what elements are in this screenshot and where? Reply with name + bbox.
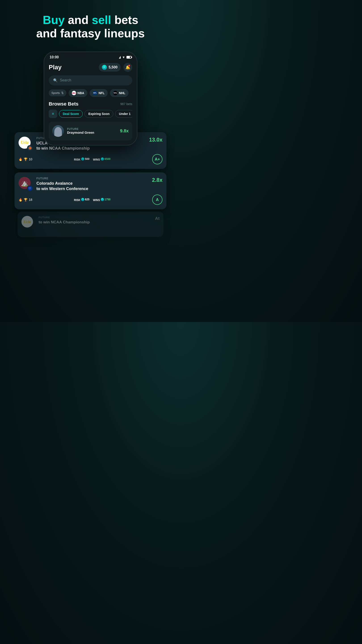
expiring-soon-filter[interactable]: Expiring Soon <box>84 110 113 118</box>
phone-frame: 10:00 ▼ Play ◎ 5,500 🔔 � <box>43 52 137 146</box>
av-risk-value: 625 <box>85 198 89 201</box>
wins-value-wrap: 6500 <box>101 158 111 160</box>
bell-icon: 🔔 <box>125 65 130 70</box>
nhl-pill[interactable]: NHL NHL <box>110 89 128 97</box>
risk-label2: RISK <box>74 198 80 202</box>
coins-value: 5,500 <box>109 65 117 69</box>
western-icon: 🛡 <box>29 187 31 190</box>
header-right: ◎ 5,500 🔔 <box>99 63 132 72</box>
av-wins-value: 1750 <box>105 198 111 201</box>
wifi-icon: ▼ <box>122 56 125 59</box>
avalanche-grade: A <box>156 198 159 202</box>
under-filter[interactable]: Under 1 <box>115 110 132 118</box>
partial-bet-name: Draymond Green <box>67 130 117 134</box>
nhl-label: NHL <box>119 91 125 95</box>
ucla-title-line2: to win NCAA Championship <box>36 146 90 150</box>
expiring-soon-label: Expiring Soon <box>88 112 109 116</box>
bet-info-partial: FUTURE Draymond Green <box>67 128 117 134</box>
avalanche-stats: RISK 625 WINS 1750 <box>74 198 110 202</box>
partial-multiplier: 9.8x <box>120 128 129 134</box>
app-content: Play ◎ 5,500 🔔 🔍 Search Sports ⇅ <box>44 61 137 145</box>
avalanche-title-line2: to win Western Conference <box>36 186 88 191</box>
status-icons: ▼ <box>119 56 131 59</box>
ucla-card-bottom: 🔥 🏆 10 RISK 500 WINS 6500 <box>18 154 162 164</box>
ucla-emojis: 🔥 🏆 10 <box>18 158 32 161</box>
avalanche-emojis: 🔥 🏆 18 <box>18 198 32 202</box>
bottom-at-label: At <box>155 216 160 221</box>
bottom-partial-card[interactable]: Ucla FUTURE to win NCAA Championship At <box>18 212 164 237</box>
avalanche-risk: RISK 625 <box>74 198 89 202</box>
player-avatar <box>52 125 64 137</box>
wins-label: WINS <box>93 158 100 161</box>
trophy-icon: 🏆 <box>24 158 27 161</box>
bets-count: 987 bets <box>120 102 132 106</box>
sports-label: Sports <box>51 91 60 94</box>
nba-pill[interactable]: NBA NBA <box>69 89 87 97</box>
ucla-stats: RISK 500 WINS 6500 <box>74 158 110 161</box>
av-wins-value-wrap: 1750 <box>101 198 111 201</box>
ncaa-icon: 🏀 <box>28 146 32 150</box>
search-bar[interactable]: 🔍 Search <box>49 75 132 86</box>
risk-value: 500 <box>85 158 89 160</box>
avalanche-grade-badge: A <box>152 194 162 205</box>
chevron-icon: ⇅ <box>61 91 64 94</box>
bottom-ucla-text: Ucla <box>23 220 31 224</box>
status-bar: 10:00 ▼ <box>44 52 137 61</box>
sports-dropdown[interactable]: Sports ⇅ <box>49 90 66 96</box>
western-badge: 🛡 <box>27 185 33 191</box>
bottom-logo-wrap: Ucla <box>21 216 35 230</box>
nhl-logo: NHL <box>113 91 117 95</box>
risk-label: RISK <box>74 158 80 161</box>
ucla-wins: WINS 6500 <box>93 158 110 161</box>
avalanche-wins: WINS 1750 <box>93 198 110 202</box>
app-header: Play ◎ 5,500 🔔 <box>49 63 132 72</box>
ucla-logo-wrap: Ucla 🏀 <box>18 137 33 151</box>
bell-button[interactable]: 🔔 <box>123 63 132 72</box>
ucla-multiplier: 13.0x <box>149 137 162 143</box>
coin-icon-small4 <box>101 198 104 201</box>
avalanche-type-label: FUTURE <box>36 177 148 180</box>
avalanche-count: 18 <box>29 198 32 202</box>
bottom-type-label: FUTURE <box>39 216 152 219</box>
fire-icon: 🔥 <box>18 158 22 161</box>
bottom-partial-top: Ucla FUTURE to win NCAA Championship At <box>21 216 160 230</box>
partial-bet-card[interactable]: FUTURE Draymond Green 9.8x <box>49 122 132 140</box>
sort-filters: ≡ Deal Score Expiring Soon Under 1 <box>49 110 132 118</box>
avalanche-bet-card[interactable]: ⛰️ 🛡 FUTURE Colorado Avalance to win Wes… <box>14 172 166 209</box>
ucla-risk: RISK 500 <box>74 158 89 161</box>
deal-score-filter[interactable]: Deal Score <box>59 110 83 118</box>
hero-headline: Buy and sell bets and fantasy lineups <box>36 14 145 40</box>
fire-icon2: 🔥 <box>18 198 22 202</box>
filter-icon-button[interactable]: ≡ <box>49 110 57 118</box>
search-icon: 🔍 <box>53 78 58 82</box>
nba-logo: NBA <box>72 91 76 95</box>
wins-value: 6500 <box>105 158 111 160</box>
avalanche-av-icon: ⛰️ <box>21 179 28 187</box>
trophy-icon2: 🏆 <box>24 198 27 202</box>
filter-tabs: Sports ⇅ NBA NBA NFL NFL NHL NHL <box>49 89 132 97</box>
search-placeholder: Search <box>60 78 71 82</box>
coin-icon: ◎ <box>102 65 107 70</box>
avalanche-logo-wrap: ⛰️ 🛡 <box>18 177 33 191</box>
browse-title: Browse Bets <box>49 101 78 107</box>
partial-type-label: FUTURE <box>67 128 117 130</box>
ucla-text: Ucla <box>21 140 28 145</box>
avalanche-title-line1: Colorado Avalance <box>36 181 73 186</box>
avalanche-card-bottom: 🔥 🏆 18 RISK 625 WINS 1750 <box>18 194 162 205</box>
under-label: Under 1 <box>119 112 130 116</box>
avalanche-card-top: ⛰️ 🛡 FUTURE Colorado Avalance to win Wes… <box>18 177 162 192</box>
ucla-grade-badge: A+ <box>152 154 162 164</box>
bottom-title: to win NCAA Championship <box>39 220 152 225</box>
av-risk-value-wrap: 625 <box>81 198 89 201</box>
battery-icon <box>126 56 131 58</box>
nfl-pill[interactable]: NFL NFL <box>90 89 108 97</box>
ncaa-badge: 🏀 <box>27 145 33 151</box>
coins-badge[interactable]: ◎ 5,500 <box>99 63 121 72</box>
browse-header: Browse Bets 987 bets <box>49 101 132 107</box>
avalanche-multiplier: 2.8x <box>152 177 162 183</box>
nba-label: NBA <box>77 91 84 95</box>
nfl-label: NFL <box>98 91 105 95</box>
nfl-logo: NFL <box>93 91 97 95</box>
hero-section: Buy and sell bets and fantasy lineups <box>27 0 153 47</box>
status-time: 10:00 <box>50 55 59 59</box>
